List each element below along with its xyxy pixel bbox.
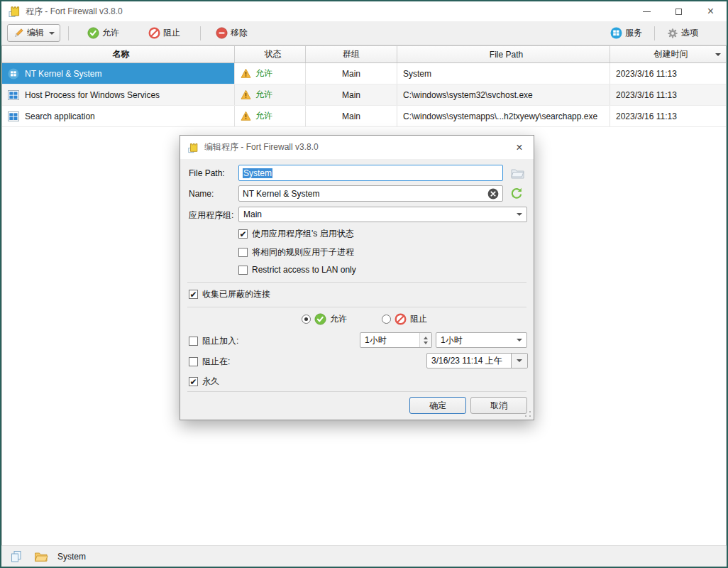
permanent-label: 永久 [202,376,219,388]
allow-radio[interactable]: 允许 [302,313,347,325]
services-button[interactable]: 服务 [606,25,646,41]
gear-icon [667,28,678,39]
table-row[interactable]: Host Process for Windows Services 允许 Mai… [2,84,726,106]
clear-input-icon[interactable] [487,188,499,200]
toolbar-separator [200,26,201,40]
name-input[interactable]: NT Kernel & System [238,185,503,202]
app-group-label: 应用程序组: [189,209,233,222]
windows-app-icon [8,68,19,80]
options-label: 选项 [681,27,698,39]
file-path-input[interactable]: System [238,165,503,181]
close-icon: × [516,141,522,154]
use-group-state-checkbox[interactable]: ✔ 使用应用程序组's 启用状态 [238,228,354,240]
app-group-select[interactable]: Main [238,207,527,222]
copy-path-icon[interactable] [10,550,23,563]
dialog-title-bar: 编辑程序 - Fort Firewall v3.8.0 × [180,136,534,159]
maximize-button[interactable] [663,1,695,21]
block-prohibition-icon [148,27,160,39]
remove-button[interactable]: 移除 [211,25,252,41]
checkbox-unchecked [189,337,198,346]
chevron-down-icon [517,339,522,342]
datetime-dropdown-button[interactable] [511,354,527,368]
cell-group: Main [306,63,397,84]
refresh-name-icon[interactable] [510,187,523,200]
block-after-amount-value: 1小时 [365,334,387,346]
fort-firewall-logo-icon [187,142,199,153]
permanent-checkbox[interactable]: ✔ 永久 [189,376,219,388]
column-header-name[interactable]: 名称 [2,46,235,62]
status-path-label: System [57,552,86,562]
cell-status: 允许 [235,106,306,126]
cell-filepath: C:\windows\system32\svchost.exe [397,84,610,105]
table-row[interactable]: NT Kernel & System 允许 Main System 2023/3… [2,63,726,84]
dialog-close-button[interactable]: × [505,136,534,159]
block-label: 阻止 [163,27,180,39]
services-label: 服务 [625,27,642,39]
cancel-button[interactable]: 取消 [470,397,527,414]
column-header-created[interactable]: 创建时间 [610,46,726,62]
table-header-row: 名称 状态 群组 File Path 创建时间 [2,46,726,63]
allow-check-icon [314,313,326,325]
block-after-checkbox[interactable]: 阻止加入: [189,335,238,347]
window-title: 程序 - Fort Firewall v3.8.0 [26,6,123,18]
block-after-unit-value: 1小时 [441,334,463,346]
column-header-filepath[interactable]: File Path [397,46,610,62]
cell-filepath: C:\windows\systemapps\...h2txyewy\search… [397,106,610,126]
toolbar-separator [654,26,655,40]
column-header-status[interactable]: 状态 [235,46,306,62]
separator [187,282,526,283]
checkbox-unchecked [238,266,248,275]
chevron-down-icon [517,213,522,216]
services-windows-icon [610,27,622,39]
browse-folder-icon-disabled[interactable] [511,168,524,179]
cell-name: Host Process for Windows Services [2,84,235,105]
windows-app-icon [8,111,19,122]
allow-button[interactable]: 允许 [83,25,123,41]
lan-only-checkbox[interactable]: Restrict access to LAN only [238,265,356,275]
allow-label: 允许 [102,27,119,39]
collect-blocked-checkbox[interactable]: ✔ 收集已屏蔽的连接 [189,288,270,300]
block-after-amount-spinner[interactable]: 1小时 [360,332,432,348]
minimize-button[interactable] [631,1,663,21]
spinner-buttons[interactable] [419,333,431,347]
options-button[interactable]: 选项 [663,25,702,41]
child-process-rules-checkbox[interactable]: 将相同的规则应用于子进程 [238,246,354,258]
separator [187,307,526,307]
open-folder-icon[interactable] [34,550,48,563]
checkbox-checked: ✔ [189,377,198,386]
allow-check-icon [87,27,99,39]
name-label: Name: [189,189,214,199]
maximize-icon [675,9,682,15]
block-radio-label: 阻止 [410,313,427,325]
name-value: NT Kernel & System [243,189,319,199]
block-after-unit-select[interactable]: 1小时 [436,332,527,348]
separator [187,391,526,392]
spin-down-icon [424,342,428,344]
block-at-datetime-picker[interactable]: 3/16/23 11:14 上午 [426,353,528,368]
table-row[interactable]: Search application 允许 Main C:\windows\sy… [2,106,726,127]
close-icon: × [707,5,714,18]
block-radio[interactable]: 阻止 [382,313,427,325]
cell-group: Main [306,106,397,126]
column-header-group[interactable]: 群组 [306,46,397,62]
block-at-checkbox[interactable]: 阻止在: [189,356,230,368]
close-button[interactable]: × [695,1,727,21]
fort-firewall-logo-icon [8,5,21,18]
edit-button[interactable]: 编辑 [7,24,60,42]
warning-triangle-icon [241,89,251,100]
child-process-rules-label: 将相同的规则应用于子进程 [252,246,354,258]
chevron-down-icon [517,359,522,362]
ok-button[interactable]: 确定 [409,397,466,414]
cell-status: 允许 [235,84,306,105]
resize-grip[interactable] [524,410,531,417]
chevron-down-icon [49,32,55,35]
cell-created: 2023/3/16 11:13 [610,106,726,126]
block-button[interactable]: 阻止 [144,25,184,41]
block-at-value: 3/16/23 11:14 上午 [427,355,507,367]
cell-filepath: System [397,63,610,84]
spin-up-icon [424,337,428,339]
cell-created: 2023/3/16 11:13 [610,84,726,105]
windows-app-icon [8,89,19,101]
remove-minus-icon [216,27,228,39]
block-after-label: 阻止加入: [202,335,238,347]
